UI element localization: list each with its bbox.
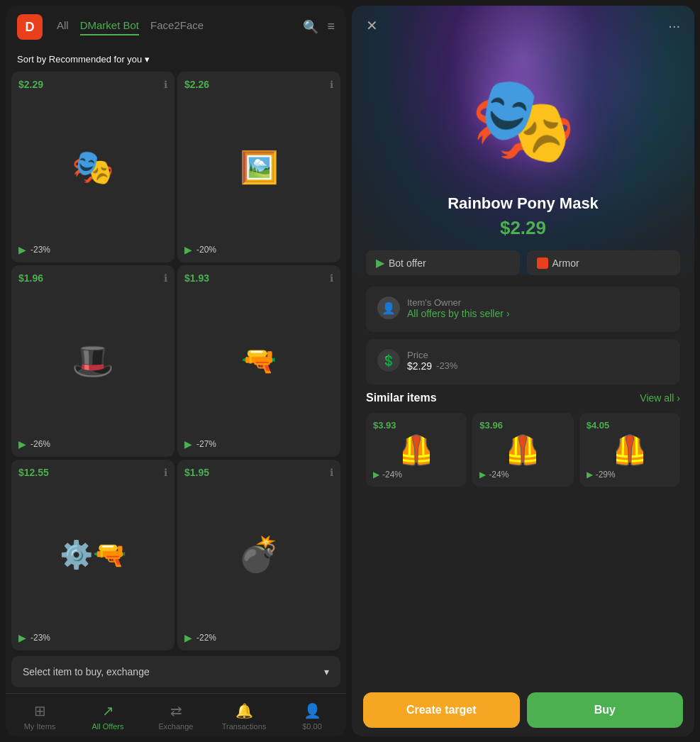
tab-all[interactable]: All xyxy=(57,19,69,35)
armor-icon xyxy=(537,258,548,269)
item-footer-2: ▶ -20% xyxy=(184,244,333,255)
price-value-row: $2.29 -23% xyxy=(407,360,457,372)
select-bar[interactable]: Select item to buy, exchange ▾ xyxy=(11,656,340,687)
similar-header: Similar items View all › xyxy=(366,392,680,404)
similar-cards: $3.93 🦺 ▶ -24% $3.96 🦺 ▶ -24% xyxy=(366,413,680,487)
similar-arrow-icon-3: ▶ xyxy=(587,470,593,480)
item-price-2: $2.26 xyxy=(184,79,333,90)
dmarket-arrow-icon-5: ▶ xyxy=(18,632,26,643)
bot-offer-label: Bot offer xyxy=(389,258,426,269)
item-footer-6: ▶ -22% xyxy=(184,632,333,643)
item-card-5[interactable]: $12.55 ℹ ⚙️🔫 ▶ -23% xyxy=(11,460,174,650)
item-card-4[interactable]: $1.93 ℹ 🔫 ▶ -27% xyxy=(177,265,340,456)
tab-face2face[interactable]: Face2Face xyxy=(150,19,204,35)
similar-card-1[interactable]: $3.93 🦺 ▶ -24% xyxy=(366,413,467,487)
close-button[interactable]: ✕ xyxy=(366,17,378,34)
dmarket-arrow-icon-2: ▶ xyxy=(184,244,192,255)
view-all-link[interactable]: View all › xyxy=(640,392,680,404)
item-footer-3: ▶ -26% xyxy=(18,438,167,450)
grid-icon: ⊞ xyxy=(34,702,46,719)
nav-my-items[interactable]: ⊞ My Items xyxy=(6,699,74,733)
item-info-icon-6[interactable]: ℹ xyxy=(330,467,333,478)
similar-footer-3: ▶ -29% xyxy=(587,470,673,480)
item-info-icon-5[interactable]: ℹ xyxy=(164,467,167,478)
item-discount-2: -20% xyxy=(196,245,216,255)
detail-item-name: Rainbow Pony Mask xyxy=(366,194,680,213)
owner-avatar: 👤 xyxy=(377,297,400,319)
item-price-3: $1.96 xyxy=(18,272,167,284)
item-info-icon-2[interactable]: ℹ xyxy=(330,79,333,90)
view-all-chevron-icon: › xyxy=(677,392,680,404)
item-card-1[interactable]: $2.29 ℹ 🎭 ▶ -23% xyxy=(11,72,174,262)
item-discount-3: -26% xyxy=(30,439,50,449)
price-section: 💲 Price $2.29 -23% xyxy=(366,339,680,384)
item-price-4: $1.93 xyxy=(184,272,333,284)
item-discount-4: -27% xyxy=(196,439,216,449)
sort-prefix: Sort by xyxy=(17,54,46,65)
item-info-icon-1[interactable]: ℹ xyxy=(164,79,167,90)
tab-dmarket-bot[interactable]: DMarket Bot xyxy=(80,19,139,35)
tag-armor[interactable]: Armor xyxy=(527,250,681,275)
item-image-6: 💣 xyxy=(184,481,333,629)
nav-tabs: All DMarket Bot Face2Face xyxy=(57,19,289,35)
armor-label: Armor xyxy=(552,258,579,269)
item-info-icon-4[interactable]: ℹ xyxy=(330,272,333,284)
item-price-6: $1.95 xyxy=(184,467,333,478)
sort-value[interactable]: Recommended for you xyxy=(49,54,143,65)
nav-all-offers[interactable]: ↗ All Offers xyxy=(74,699,142,733)
item-info-icon-3[interactable]: ℹ xyxy=(164,272,167,284)
item-card-6[interactable]: $1.95 ℹ 💣 ▶ -22% xyxy=(177,460,340,650)
item-card-2[interactable]: $2.26 ℹ 🖼️ ▶ -20% xyxy=(177,72,340,262)
similar-price-2: $3.96 xyxy=(479,420,566,431)
nav-transactions[interactable]: 🔔 Transactions xyxy=(210,699,278,733)
nav-balance[interactable]: 👤 $0.00 xyxy=(278,699,346,733)
filter-icon[interactable]: ≡ xyxy=(327,19,335,35)
right-panel: ✕ ··· 🎭 Rainbow Pony Mask $2.29 ▶ Bot of… xyxy=(352,6,694,736)
nav-icons: 🔍 ≡ xyxy=(303,19,335,35)
sort-chevron-icon[interactable]: ▾ xyxy=(145,54,150,65)
item-discount-6: -22% xyxy=(196,633,216,643)
detail-item-price: $2.29 xyxy=(366,217,680,239)
owner-label: Item's Owner xyxy=(407,297,510,308)
nav-all-offers-label: All Offers xyxy=(91,722,123,731)
bottom-nav: ⊞ My Items ↗ All Offers ⇄ Exchange 🔔 Tra… xyxy=(6,693,346,736)
seller-link-chevron-icon: › xyxy=(506,308,510,319)
exchange-icon: ⇄ xyxy=(170,702,182,719)
dmarket-arrow-icon-4: ▶ xyxy=(184,438,192,450)
dmarket-arrow-icon-6: ▶ xyxy=(184,632,192,643)
price-discount: -23% xyxy=(436,360,457,371)
item-price-1: $2.29 xyxy=(18,79,167,90)
buy-button[interactable]: Buy xyxy=(527,692,684,728)
item-footer-4: ▶ -27% xyxy=(184,438,333,450)
similar-card-3[interactable]: $4.05 🦺 ▶ -29% xyxy=(579,413,680,487)
detail-image-area: 🎭 xyxy=(352,45,694,187)
similar-discount-3: -29% xyxy=(596,470,616,480)
owner-section: 👤 Item's Owner All offers by this seller… xyxy=(366,287,680,332)
price-icon: 💲 xyxy=(377,349,400,372)
similar-card-2[interactable]: $3.96 🦺 ▶ -24% xyxy=(472,413,573,487)
nav-exchange-label: Exchange xyxy=(159,722,194,731)
tag-bot-offer[interactable]: ▶ Bot offer xyxy=(366,250,520,275)
item-discount-5: -23% xyxy=(30,633,50,643)
bell-icon: 🔔 xyxy=(235,702,253,719)
search-icon[interactable]: 🔍 xyxy=(303,19,318,35)
nav-exchange[interactable]: ⇄ Exchange xyxy=(142,699,210,733)
owner-header: 👤 Item's Owner All offers by this seller… xyxy=(377,297,669,319)
similar-discount-1: -24% xyxy=(382,470,402,480)
price-value: $2.29 xyxy=(407,360,432,372)
all-offers-icon: ↗ xyxy=(102,702,114,719)
detail-content: ✕ ··· 🎭 Rainbow Pony Mask $2.29 ▶ Bot of… xyxy=(352,6,694,736)
item-discount-1: -23% xyxy=(30,245,50,255)
detail-top-bar: ✕ ··· xyxy=(352,6,694,45)
create-target-button[interactable]: Create target xyxy=(363,692,520,728)
price-header: 💲 Price $2.29 -23% xyxy=(377,349,669,372)
item-card-3[interactable]: $1.96 ℹ 🎩 ▶ -26% xyxy=(11,265,174,456)
item-image-4: 🔫 xyxy=(184,287,333,435)
item-footer-5: ▶ -23% xyxy=(18,632,167,643)
owner-details: Item's Owner All offers by this seller › xyxy=(407,297,510,319)
similar-items-section: Similar items View all › $3.93 🦺 ▶ -24% xyxy=(366,392,680,487)
item-image-2: 🖼️ xyxy=(184,93,333,241)
all-offers-by-seller-link[interactable]: All offers by this seller › xyxy=(407,308,510,319)
select-bar-label: Select item to buy, exchange xyxy=(23,666,150,677)
more-button[interactable]: ··· xyxy=(668,18,680,34)
